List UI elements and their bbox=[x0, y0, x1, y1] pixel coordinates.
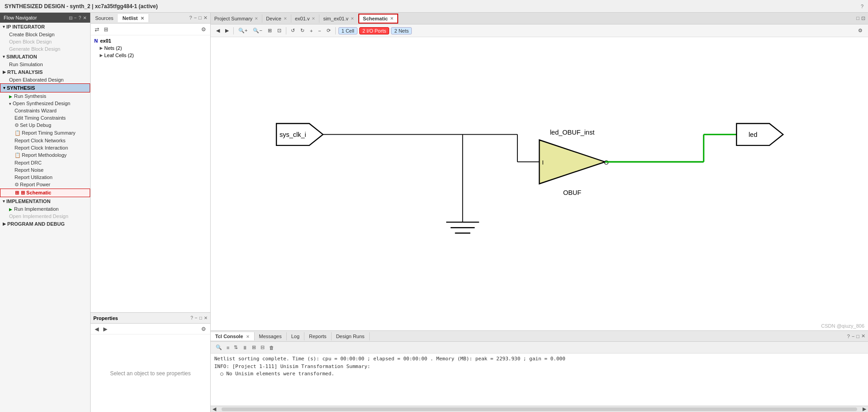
plus-btn[interactable]: + bbox=[308, 27, 314, 35]
settings-btn[interactable]: ⚙ bbox=[856, 26, 864, 35]
scroll-right[interactable]: ▶ bbox=[861, 406, 868, 412]
nav-item-generate-block-design[interactable]: Generate Block Design bbox=[0, 45, 90, 53]
nav-item-open-synth[interactable]: ▾Open Synthesized Design bbox=[0, 100, 90, 107]
nets-badge[interactable]: 2 Nets bbox=[391, 27, 412, 34]
minimize-icon[interactable]: − bbox=[194, 15, 197, 21]
nav-item-schematic[interactable]: ⊞ Schematic bbox=[0, 189, 90, 197]
tab-netlist-close[interactable]: ✕ bbox=[140, 16, 144, 21]
section-rtl-analysis-title[interactable]: ▶ RTL ANALYSIS bbox=[0, 68, 90, 76]
tab-log[interactable]: Log bbox=[287, 332, 304, 340]
help-icon[interactable]: ? bbox=[847, 334, 850, 339]
nav-item-report-clock-interaction[interactable]: Report Clock Interaction bbox=[0, 144, 90, 151]
tab-design-runs[interactable]: Design Runs bbox=[332, 332, 370, 340]
settings-icon[interactable]: ⚙ bbox=[200, 26, 207, 33]
search-icon[interactable]: 🔍 bbox=[214, 344, 223, 351]
back-icon[interactable]: ◀ bbox=[93, 325, 100, 333]
nav-item-report-utilization[interactable]: Report Utilization bbox=[0, 174, 90, 181]
collapse-icon[interactable]: ⊞ bbox=[102, 26, 110, 33]
tab-schematic[interactable]: Schematic ✕ bbox=[358, 14, 398, 24]
nav-item-report-noise[interactable]: Report Noise bbox=[0, 166, 90, 174]
minimize-icon[interactable]: − bbox=[852, 334, 854, 339]
nav-item-open-impl[interactable]: Open Implemented Design bbox=[0, 213, 90, 220]
question-icon[interactable]: ? bbox=[78, 15, 81, 20]
settings-icon[interactable]: ⚙ bbox=[200, 325, 207, 333]
nav-item-run-synthesis[interactable]: Run Synthesis bbox=[0, 92, 90, 100]
nav-item-open-elaborated[interactable]: Open Elaborated Design bbox=[0, 76, 90, 83]
maximize-icon[interactable]: □ bbox=[198, 15, 202, 21]
minus-btn[interactable]: − bbox=[316, 27, 323, 35]
nav-item-run-simulation[interactable]: Run Simulation bbox=[0, 61, 90, 68]
tab-messages[interactable]: Messages bbox=[255, 332, 287, 340]
tab-device[interactable]: Device ✕ bbox=[262, 15, 291, 23]
help-icon[interactable]: ? bbox=[189, 15, 192, 21]
expand-icon[interactable]: ⇄ bbox=[93, 26, 101, 33]
tab-close[interactable]: ✕ bbox=[351, 16, 354, 21]
grid-icon[interactable]: ⊞ bbox=[251, 344, 257, 351]
filter-icon[interactable]: ≡ bbox=[225, 344, 231, 351]
zoom-selection-btn[interactable]: ⊡ bbox=[275, 26, 283, 35]
tree-item-nets[interactable]: ▶ Nets (2) bbox=[92, 44, 208, 52]
section-simulation-title[interactable]: ▾ SIMULATION bbox=[0, 53, 90, 61]
nav-item-report-clock-networks[interactable]: Report Clock Networks bbox=[0, 137, 90, 144]
maximize-content-icon[interactable]: □ bbox=[856, 15, 859, 21]
tab-close[interactable]: ✕ bbox=[246, 334, 250, 339]
close-icon[interactable]: ✕ bbox=[861, 333, 865, 339]
zoom-out-btn[interactable]: 🔍− bbox=[251, 26, 264, 35]
forward-btn[interactable]: ▶ bbox=[223, 26, 231, 35]
zoom-in-btn[interactable]: 🔍+ bbox=[236, 26, 249, 35]
tab-sim-ex01v[interactable]: sim_ex01.v ✕ bbox=[319, 15, 358, 23]
nav-item-setup-debug[interactable]: ⚙Set Up Debug bbox=[0, 121, 90, 129]
sort-icon[interactable]: ⇅ bbox=[232, 344, 239, 351]
maximize-icon[interactable]: □ bbox=[199, 315, 202, 320]
minus-icon[interactable]: − bbox=[74, 15, 77, 20]
cell-count-badge[interactable]: 1 Cell bbox=[338, 27, 357, 34]
section-ip-integrator-title[interactable]: ▾ IP INTEGRATOR bbox=[0, 23, 90, 31]
help-icon[interactable]: ? bbox=[191, 315, 193, 320]
tab-ex01v[interactable]: ex01.v ✕ bbox=[291, 15, 319, 23]
nav-item-edit-timing[interactable]: Edit Timing Constraints bbox=[0, 114, 90, 121]
scroll-left[interactable]: ◀ bbox=[211, 406, 218, 412]
reload-btn[interactable]: ⟳ bbox=[325, 26, 333, 35]
tab-netlist[interactable]: Netlist ✕ bbox=[118, 14, 149, 22]
close-icon[interactable]: ✕ bbox=[204, 315, 207, 320]
refresh-btn[interactable]: ↺ bbox=[289, 26, 297, 35]
nav-item-report-timing-summary[interactable]: 📋Report Timing Summary bbox=[0, 129, 90, 137]
forward-icon[interactable]: ▶ bbox=[102, 325, 109, 333]
maximize-full-icon[interactable]: ⊡ bbox=[861, 15, 865, 21]
fit-btn[interactable]: ⊞ bbox=[266, 26, 274, 35]
tab-close[interactable]: ✕ bbox=[284, 16, 287, 21]
io-ports-badge[interactable]: 2 I/O Ports bbox=[359, 27, 390, 34]
section-program-debug-title[interactable]: ▶ PROGRAM AND DEBUG bbox=[0, 220, 90, 228]
x-icon[interactable]: ✕ bbox=[83, 15, 87, 20]
tab-close[interactable]: ✕ bbox=[312, 16, 315, 21]
section-implementation-title[interactable]: ▾ IMPLEMENTATION bbox=[0, 197, 90, 205]
section-synthesis-title[interactable]: ▾ SYNTHESIS bbox=[0, 83, 90, 92]
table-icon[interactable]: ⊟ bbox=[259, 344, 266, 351]
scrollbar-track[interactable] bbox=[222, 407, 857, 411]
maximize-icon[interactable]: □ bbox=[856, 334, 859, 339]
horizontal-scrollbar[interactable]: ◀ ▶ bbox=[211, 406, 868, 412]
tree-item-leaf-cells[interactable]: ▶ Leaf Cells (2) bbox=[92, 52, 208, 59]
pause-icon[interactable]: ⏸ bbox=[241, 344, 249, 351]
netlist-toolbar: ⇄ ⊞ ⚙ bbox=[91, 24, 210, 35]
nav-item-create-block-design[interactable]: Create Block Design bbox=[0, 31, 90, 38]
back-btn[interactable]: ◀ bbox=[214, 26, 222, 35]
trash-icon[interactable]: 🗑 bbox=[268, 344, 275, 351]
tab-tcl-console[interactable]: Tcl Console ✕ bbox=[211, 332, 255, 340]
minimize-icon[interactable]: − bbox=[195, 315, 198, 320]
nav-item-report-power[interactable]: ⚙Report Power bbox=[0, 181, 90, 189]
refresh-alt-btn[interactable]: ↻ bbox=[299, 26, 306, 35]
tab-reports[interactable]: Reports bbox=[304, 332, 332, 340]
tab-project-summary[interactable]: Project Summary ✕ bbox=[211, 15, 262, 23]
pin-icon[interactable]: ⊟ bbox=[69, 15, 72, 20]
tab-close[interactable]: ✕ bbox=[390, 16, 394, 21]
tab-close[interactable]: ✕ bbox=[255, 16, 258, 21]
help-icon[interactable]: ? bbox=[861, 4, 863, 9]
close-icon[interactable]: ✕ bbox=[203, 15, 207, 21]
nav-item-run-implementation[interactable]: Run Implementation bbox=[0, 205, 90, 213]
nav-item-open-block-design[interactable]: Open Block Design bbox=[0, 38, 90, 45]
nav-item-report-drc[interactable]: Report DRC bbox=[0, 159, 90, 166]
nav-item-report-methodology[interactable]: 📋Report Methodology bbox=[0, 151, 90, 159]
tab-sources[interactable]: Sources bbox=[91, 14, 118, 22]
nav-item-constraints-wizard[interactable]: Constraints Wizard bbox=[0, 107, 90, 114]
